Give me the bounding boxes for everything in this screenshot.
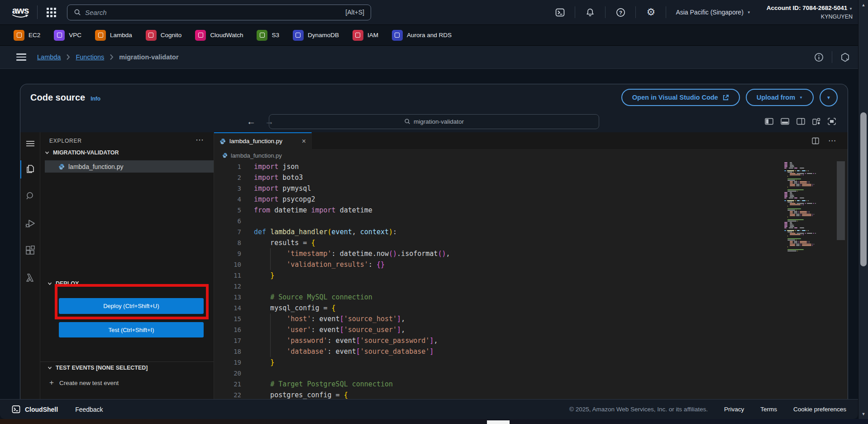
favorite-service[interactable]: DynamoDB (293, 30, 339, 41)
amazon-q-hexagon-icon[interactable] (840, 53, 850, 62)
favorite-service[interactable]: VPC (54, 30, 81, 41)
forward-arrow[interactable]: → (265, 116, 274, 127)
fullscreen-icon[interactable] (828, 118, 836, 125)
code-line[interactable]: 11 } (214, 270, 848, 281)
service-icon (293, 30, 304, 41)
code-line[interactable]: 7def lambda_handler(event, context): (214, 226, 848, 237)
cookie-preferences-link[interactable]: Cookie preferences (793, 406, 846, 413)
editor-breadcrumb[interactable]: lambda_function.py (214, 149, 848, 161)
code-line[interactable]: 12 (214, 281, 848, 292)
editor-scrollbar-thumb[interactable] (837, 161, 845, 240)
code-editor[interactable]: 1import json2import boto33import pymysql… (214, 161, 848, 399)
explorer-files-icon[interactable] (20, 159, 40, 178)
info-link[interactable]: Info (91, 96, 100, 102)
code-line[interactable]: 9 'timestamp': datetime.now().isoformat(… (214, 248, 848, 259)
project-folder[interactable]: MIGRATION-VALIDATOR (45, 149, 119, 156)
line-number: 11 (214, 270, 241, 281)
scroll-down-icon[interactable]: ▼ (858, 412, 868, 416)
region-selector[interactable]: Asia Pacific (Singapore) ▼ (676, 9, 750, 16)
code-line[interactable]: 2import boto3 (214, 172, 848, 183)
global-search[interactable]: [Alt+S] (67, 5, 371, 20)
aws-lambda-view-icon[interactable] (20, 268, 40, 287)
service-glyph-icon (260, 33, 265, 38)
code-line[interactable]: 1import json (214, 161, 848, 172)
account-menu[interactable]: Account ID: 7084-2682-5041 ▼ KYNGUYEN (767, 4, 853, 21)
code-line[interactable]: 13 # Source MySQL connection (214, 292, 848, 303)
upload-from-button[interactable]: Upload from ▼ (746, 89, 814, 106)
line-number: 8 (214, 237, 241, 248)
code-line[interactable]: 5from datetime import datetime (214, 205, 848, 216)
service-label: Lambda (110, 32, 132, 39)
test-events-header[interactable]: TEST EVENTS [NONE SELECTED] (48, 365, 148, 371)
open-vscode-button[interactable]: Open in Visual Studio Code (621, 89, 740, 106)
code-source-header: Code source Info Open in Visual Studio C… (20, 84, 848, 111)
close-icon[interactable]: × (302, 137, 306, 145)
python-icon (219, 138, 226, 145)
more-actions-icon[interactable]: ⋯ (828, 136, 836, 145)
favorite-service[interactable]: CloudWatch (195, 30, 243, 41)
notifications-bell-icon[interactable] (582, 5, 598, 19)
page-scrollbar[interactable]: ▲ ▼ (858, 0, 868, 419)
code-line[interactable]: 16 'user': event['source_user'], (214, 324, 848, 335)
more-actions-circle-button[interactable]: ▼ (820, 88, 838, 106)
panel-right-icon[interactable] (796, 118, 805, 125)
settings-gear-icon[interactable]: ⚙ (643, 5, 659, 19)
feedback-button[interactable]: Feedback (75, 406, 103, 413)
deploy-section-header[interactable]: DEPLOY (48, 280, 79, 287)
code-line[interactable]: 21 # Target PostgreSQL connection (214, 379, 848, 390)
back-arrow[interactable]: ← (247, 116, 256, 127)
search-view-icon[interactable] (20, 187, 40, 206)
editor-tab[interactable]: lambda_function.py × (214, 132, 312, 149)
extensions-icon[interactable] (20, 241, 40, 260)
privacy-link[interactable]: Privacy (724, 406, 744, 413)
cloudshell-terminal-icon[interactable] (552, 5, 568, 19)
file-lambda-function[interactable]: lambda_function.py (45, 160, 214, 173)
breadcrumb-link-functions[interactable]: Functions (76, 53, 104, 61)
code-line[interactable]: 19 } (214, 357, 848, 368)
panel-left-icon[interactable] (765, 118, 773, 125)
editor-search-box[interactable]: migration-validator (269, 114, 599, 129)
code-line[interactable]: 18 'database': event['source_database'] (214, 346, 848, 357)
create-test-event[interactable]: + Create new test event (49, 378, 119, 387)
panel-bottom-icon[interactable] (781, 118, 789, 125)
aws-logo[interactable]: aws (12, 6, 29, 18)
code-line[interactable]: 3import pymysql (214, 183, 848, 194)
favorite-service[interactable]: Cognito (146, 30, 182, 41)
favorite-service[interactable]: Lambda (95, 30, 132, 41)
divider (605, 6, 606, 18)
cloudshell-icon (12, 405, 20, 414)
favorite-service[interactable]: IAM (353, 30, 378, 41)
code-line[interactable]: 4import psycopg2 (214, 194, 848, 205)
code-line[interactable]: 15 'host': event['source_host'], (214, 313, 848, 324)
cloudshell-button[interactable]: CloudShell (12, 405, 58, 414)
favorite-service[interactable]: EC2 (14, 30, 40, 41)
code-line[interactable]: 8 results = { (214, 237, 848, 248)
run-debug-icon[interactable] (20, 214, 40, 233)
terms-link[interactable]: Terms (760, 406, 777, 413)
favorite-service[interactable]: S3 (257, 30, 279, 41)
test-button[interactable]: Test (Ctrl+Shift+I) (59, 322, 204, 337)
service-icon (54, 30, 65, 41)
code-line[interactable]: 6 (214, 216, 848, 226)
scroll-up-icon[interactable]: ▲ (858, 3, 868, 7)
split-editor-icon[interactable] (812, 137, 819, 145)
sidebar-menu-icon[interactable] (20, 134, 40, 153)
minimap[interactable] (784, 162, 817, 252)
explorer-more-icon[interactable]: ⋯ (196, 135, 204, 145)
info-icon[interactable] (814, 53, 824, 62)
code-line[interactable]: 17 'password': event['source_password'], (214, 335, 848, 346)
favorite-service[interactable]: Aurora and RDS (392, 30, 452, 41)
breadcrumb-link-lambda[interactable]: Lambda (37, 53, 61, 61)
apps-grid-icon[interactable] (47, 8, 56, 17)
help-icon[interactable]: ? (612, 5, 629, 19)
scrollbar-thumb[interactable] (860, 112, 867, 266)
editor-layout-icon[interactable] (812, 118, 820, 125)
global-search-input[interactable] (85, 9, 341, 16)
code-line[interactable]: 20 (214, 368, 848, 379)
code-line[interactable]: 14 mysql_config = { (214, 303, 848, 313)
deploy-button[interactable]: Deploy (Ctrl+Shift+U) (59, 298, 204, 314)
menu-icon[interactable] (16, 53, 26, 61)
line-number: 4 (214, 194, 241, 205)
code-line[interactable]: 10 'validation_results': {} (214, 259, 848, 270)
code-line[interactable]: 22 postgres_config = { (214, 390, 848, 399)
